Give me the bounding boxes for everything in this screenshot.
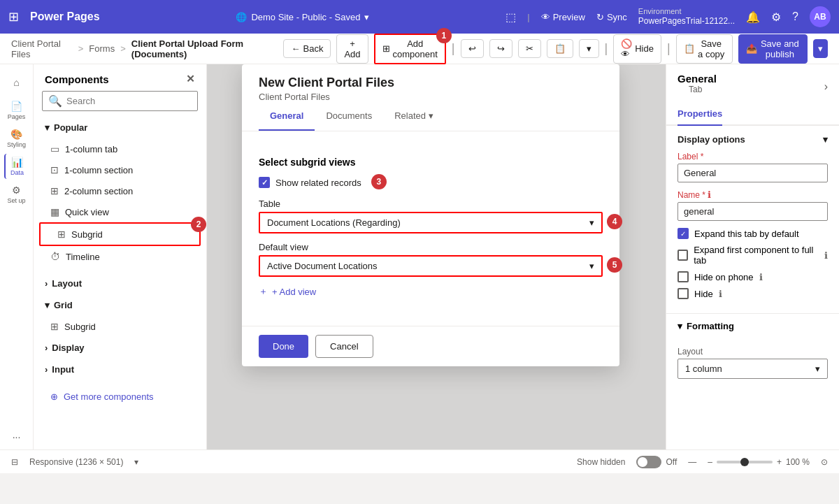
table-chevron-icon: ▾ [589,217,594,228]
default-view-dropdown[interactable]: Active Document Locations ▾ [259,255,603,277]
responsive-chevron-icon[interactable]: ▾ [134,457,138,467]
popular-label: Popular [54,122,87,133]
add-component-button[interactable]: ⊞ Add component 1 [374,34,446,64]
default-view-container: Default view Active Document Locations ▾… [259,242,603,277]
get-more-button[interactable]: ⊕ Get more components [34,380,206,407]
sidebar-item-setup[interactable]: ⚙ Set up [4,182,29,207]
tab-general[interactable]: General [259,102,315,131]
show-related-checkbox[interactable]: ✓ [259,177,270,188]
zoom-label: 100 % [786,457,810,467]
sync-button[interactable]: ↻ Sync [596,12,627,22]
default-view-label: Default view [259,242,603,252]
expand-tab-checkbox[interactable]: ✓ [677,228,689,239]
fullscreen-icon[interactable]: ⊙ [821,457,828,467]
expand-first-checkbox[interactable] [677,250,688,261]
waffle-icon[interactable]: ⊞ [8,9,19,24]
layout-section: Layout 1 column ▾ [666,338,839,396]
add-view-button[interactable]: ＋ + Add view [259,285,603,298]
site-name[interactable]: Demo Site - Public - Saved [251,12,360,22]
chevron-down-formatting-icon: ▾ [677,321,682,331]
toggle-track[interactable] [636,456,661,468]
column-tab-icon: ▭ [50,143,59,154]
modal-footer: Done Cancel [242,326,619,366]
zoom-slider[interactable] [717,461,773,463]
list-item[interactable]: ⏱ Timeline [34,246,206,267]
name-input[interactable] [677,202,828,221]
list-item[interactable]: ⊞ 2-column section [34,180,206,201]
properties-panel: General Tab › Properties Display options… [666,64,839,449]
display-section[interactable]: › Display [34,337,206,359]
add-button[interactable]: + Add [336,34,368,64]
cancel-button[interactable]: Cancel [315,335,373,358]
badge-4: 4 [607,214,622,229]
expand-tab-row: ✓ Expand this tab by default [677,228,828,239]
label-input[interactable] [677,164,828,182]
top-bar-right: ⬚ | 👁 Preview ↻ Sync Environment PowerPa… [505,6,831,27]
gear-icon[interactable]: ⚙ [771,10,781,24]
components-list: ▾ Popular ▭ 1-column tab ⊡ 1-column sect… [34,117,206,449]
subgrid-item[interactable]: ⊞ Subgrid 2 [39,222,201,246]
done-button[interactable]: Done [259,335,308,358]
item-label: Timeline [66,252,100,262]
search-input[interactable] [66,96,192,106]
sidebar-item-data[interactable]: 📊 Data [4,154,29,179]
responsive-label[interactable]: Responsive (1236 × 501) [29,457,123,467]
hide-phone-info-icon[interactable]: ℹ [759,272,763,282]
cut-button[interactable]: ✂ [518,39,541,58]
more-button[interactable]: ▾ [579,39,599,58]
sidebar-item-pages[interactable]: 📄 Pages [4,98,29,123]
sidebar-item-more[interactable]: ··· [4,424,29,449]
show-hidden-toggle[interactable]: Off [636,456,677,468]
avatar[interactable]: AB [810,6,831,27]
back-button[interactable]: ← Back [283,39,331,58]
badge-5: 5 [607,257,622,273]
sidebar-item-styling[interactable]: 🎨 Styling [4,126,29,151]
hide-phone-checkbox[interactable] [677,271,689,282]
show-related-label: Show related records [275,178,361,188]
props-collapse-icon[interactable]: › [824,80,828,93]
list-item[interactable]: ▭ 1-column tab [34,138,206,159]
popular-section[interactable]: ▾ Popular [34,117,206,138]
undo-button[interactable]: ↩ [461,39,484,58]
hide-button[interactable]: 🚫👁 Hide [613,34,661,64]
copy-icon: 📋 [684,43,695,54]
layout-section[interactable]: › Layout [34,273,206,294]
formatting-section[interactable]: ▾ Formatting [666,313,839,338]
list-item[interactable]: ▦ Quick view [34,201,206,222]
item-label: Subgrid [64,322,96,332]
name-info-icon[interactable]: ℹ [708,189,711,200]
save-publish-button[interactable]: 📤 Save and publish [738,34,808,64]
tab-related[interactable]: Related ▾ [383,102,445,131]
list-item[interactable]: ⊞ Subgrid [34,316,206,337]
bell-icon[interactable]: 🔔 [746,10,760,24]
redo-button[interactable]: ↪ [489,39,512,58]
hide-info-icon[interactable]: ℹ [719,289,722,299]
zoom-plus-button[interactable]: + [777,457,782,467]
breadcrumb-item-1[interactable]: Client Portal Files [11,38,73,59]
table-dropdown[interactable]: Document Locations (Regarding) ▾ [259,212,603,233]
list-item[interactable]: ⊡ 1-column section [34,159,206,180]
save-copy-button[interactable]: 📋 Save a copy [676,34,733,64]
sync-icon: ↻ [596,12,604,22]
site-chevron-icon[interactable]: ▾ [364,12,369,22]
layout-dropdown[interactable]: 1 column ▾ [677,359,828,379]
zoom-minus-button[interactable]: – [708,457,712,467]
tab-documents[interactable]: Documents [315,102,383,131]
breadcrumb-item-2[interactable]: Forms [89,43,115,54]
input-section[interactable]: › Input [34,359,206,380]
display-options-header[interactable]: Display options ▾ [677,134,828,145]
center-area: New Client Portal Files Client Portal Fi… [207,64,666,449]
preview-button[interactable]: 👁 Preview [541,12,585,22]
save-publish-dropdown[interactable]: ▾ [813,39,828,58]
paste-button[interactable]: 📋 [547,39,573,58]
grid-section[interactable]: ▾ Grid [34,294,206,316]
close-panel-button[interactable]: ✕ [186,73,195,85]
tablet-icon[interactable]: ⬚ [505,10,516,24]
more-icon: ··· [13,431,21,442]
expand-first-info-icon[interactable]: ℹ [824,250,828,261]
zoom-controls: – + 100 % [708,457,810,467]
help-icon[interactable]: ? [792,10,798,23]
sidebar-item-home[interactable]: ⌂ [4,70,29,95]
tab-properties[interactable]: Properties [677,103,722,126]
hide-checkbox[interactable] [677,288,689,299]
